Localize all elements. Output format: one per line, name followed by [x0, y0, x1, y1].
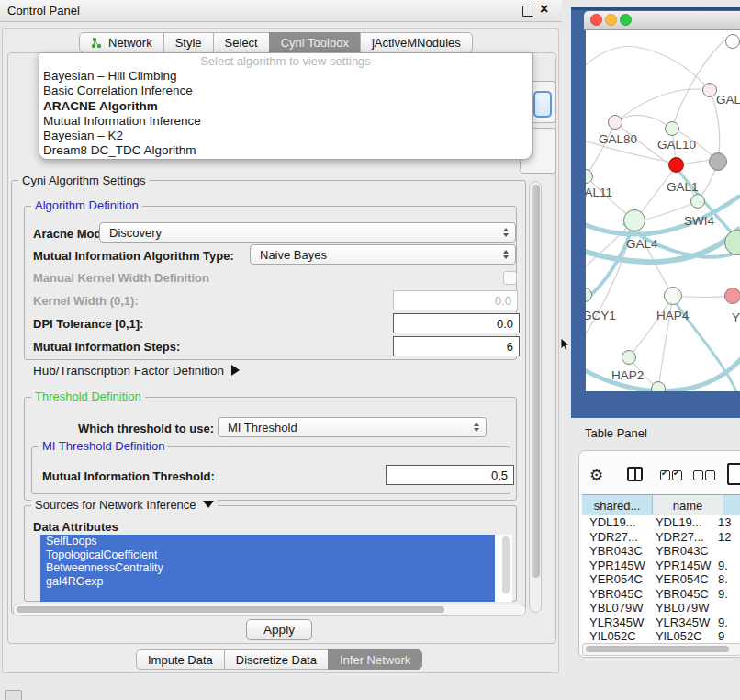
screen: Control Panel Network Style Select Cyni …	[0, 0, 740, 700]
dropdown-item[interactable]: Bayesian – Hill Climbing	[39, 69, 532, 84]
manual-kernel-width-checkbox[interactable]	[503, 271, 517, 285]
mi-steps-field[interactable]	[393, 336, 520, 356]
manual-kernel-width-label: Manual Kernel Width Definition	[33, 271, 209, 285]
mouse-cursor	[560, 338, 571, 353]
node-gal4[interactable]	[623, 209, 645, 231]
node-gal80[interactable]	[608, 115, 622, 130]
list-item-selected-partial[interactable]	[40, 588, 495, 602]
cyni-algorithm-settings-title: Cyni Algorithm Settings	[18, 175, 149, 186]
list-item-selected[interactable]: BetweennessCentrality	[40, 561, 495, 575]
table-row[interactable]: YIL052C YIL052C 9	[582, 629, 740, 643]
node-label-swi4: SWI4	[684, 214, 714, 228]
list-item-selected[interactable]: SelfLoops	[40, 535, 495, 548]
settings-horizontal-scrollbar-thumb[interactable]	[17, 606, 444, 613]
dropdown-item[interactable]: Dream8 DC_TDC Algorithm	[39, 143, 532, 158]
table-horizontal-scrollbar-thumb[interactable]	[586, 646, 729, 652]
control-panel-tabbar: Network Style Select Cyni Toolbox jActiv…	[79, 32, 473, 53]
dropdown-item[interactable]: Basic Correlation Inference	[39, 84, 532, 98]
close-icon[interactable]	[540, 1, 553, 19]
aracne-mode-combobox[interactable]: Discovery	[99, 222, 516, 243]
select-all-icon[interactable]	[672, 470, 682, 480]
tab-network[interactable]: Network	[79, 32, 164, 53]
mac-zoom-icon[interactable]	[620, 14, 632, 26]
table-row[interactable]: YLR345W YLR345W 9.	[582, 615, 740, 630]
node-label-partial: Y	[732, 310, 740, 324]
node-hap2[interactable]	[622, 350, 636, 365]
dropdown-item[interactable]: Bayesian – K2	[39, 129, 532, 143]
table-row[interactable]: YBR043C YBR043C	[582, 544, 740, 559]
new-table-icon[interactable]	[727, 463, 740, 485]
dropdown-item-aracne[interactable]: ARACNE Algorithm	[39, 99, 532, 114]
expander-right-arrow-icon	[231, 365, 240, 376]
mi-threshold-field[interactable]	[386, 465, 514, 485]
node-swi4[interactable]	[690, 194, 705, 209]
table-panel-title: Table Panel	[585, 426, 647, 440]
table-row[interactable]: YDL19... YDL19... 13	[582, 515, 740, 530]
mi-threshold-definition-title: MI Threshold Definition	[39, 440, 168, 452]
mac-minimize-icon[interactable]	[605, 14, 617, 26]
tab-cyni-toolbox[interactable]: Cyni Toolbox	[269, 32, 361, 53]
tab-infer-network[interactable]: Infer Network	[328, 649, 422, 670]
tab-impute-data[interactable]: Impute Data	[136, 649, 225, 670]
network-node[interactable]	[725, 34, 740, 49]
tab-select[interactable]: Select	[213, 32, 270, 53]
node-label-gal4: GAL4	[626, 237, 658, 251]
node-label-hap4: HAP4	[656, 309, 689, 322]
column-header-shared[interactable]: shared...	[582, 495, 653, 516]
mac-close-icon[interactable]	[590, 14, 602, 26]
tab-jactivemnodules[interactable]: jActiveMNodules	[360, 32, 473, 53]
algorithm-definition-title: Algorithm Definition	[31, 199, 142, 211]
table-body: YDL19... YDL19... 13 YDR27... YDR27... 1…	[582, 515, 740, 643]
combo-stepper-focus-ring[interactable]	[533, 91, 552, 118]
deselect-all-icon[interactable]	[705, 470, 715, 480]
list-item-selected[interactable]: gal4RGexp	[40, 575, 495, 589]
settings-vertical-scrollbar[interactable]	[529, 181, 542, 613]
node-gal10[interactable]	[665, 121, 679, 136]
dropdown-item[interactable]: Mutual Information Inference	[39, 114, 532, 129]
settings-vertical-scrollbar-thumb[interactable]	[532, 185, 540, 578]
network-edges	[586, 30, 740, 391]
collapsed-panel-icon[interactable]	[5, 690, 22, 700]
network-node-gray[interactable]	[709, 152, 727, 171]
algorithm-dropdown-placeholder: Select algorithm to view settings	[39, 53, 532, 69]
threshold-definition-title: Threshold Definition	[31, 390, 145, 402]
network-canvas[interactable]: GAL GAL80 GAL10 GAL1 GAL11 SWI4 GAL4 GCY…	[586, 30, 740, 391]
hub-factor-expander[interactable]: Hub/Transcription Factor Definition	[33, 364, 240, 378]
node-hap4[interactable]	[664, 287, 682, 305]
algorithm-dropdown-list: Select algorithm to view settings Bayesi…	[39, 52, 533, 160]
table-row[interactable]: YBL079W YBL079W	[582, 601, 740, 615]
network-node-salmon[interactable]	[724, 288, 740, 304]
kernel-width-field[interactable]	[393, 290, 518, 310]
gear-icon[interactable]	[589, 466, 608, 484]
table-row[interactable]: YER054C YER054C 8.	[582, 572, 740, 587]
table-row[interactable]: YDR27... YDR27... 12	[582, 530, 740, 545]
cyni-bottom-tabbar: Impute Data Discretize Data Infer Networ…	[136, 649, 422, 670]
select-all-icon[interactable]	[660, 470, 670, 480]
which-threshold-label: Which threshold to use:	[78, 422, 214, 435]
dpi-tolerance-field[interactable]	[393, 313, 520, 333]
network-node[interactable]	[651, 381, 666, 391]
list-vertical-scrollbar-thumb[interactable]	[502, 536, 510, 593]
tab-discretize-data[interactable]: Discretize Data	[224, 649, 329, 670]
network-window-frame-top	[571, 7, 740, 10]
apply-button[interactable]: Apply	[246, 619, 312, 640]
table-row[interactable]: YPR145W YPR145W 9.	[582, 559, 740, 573]
float-icon[interactable]	[522, 6, 533, 17]
column-header-partial[interactable]	[723, 495, 740, 516]
tab-style[interactable]: Style	[163, 32, 214, 53]
which-threshold-combobox[interactable]: MI Threshold	[218, 417, 487, 437]
table-horizontal-scrollbar[interactable]	[582, 643, 740, 656]
deselect-all-icon[interactable]	[693, 470, 703, 480]
node-gal1[interactable]	[668, 157, 684, 173]
table-row[interactable]: YBR045C YBR045C 9.	[582, 587, 740, 602]
node-gal-partial[interactable]	[702, 83, 717, 97]
mi-algorithm-type-combobox[interactable]: Naive Bayes	[250, 244, 516, 265]
show-columns-icon[interactable]	[627, 467, 643, 481]
list-item-selected[interactable]: TopologicalCoefficient	[40, 548, 495, 562]
mi-threshold-label: Mutual Information Threshold:	[42, 469, 215, 483]
sources-title[interactable]: Sources for Network Inference	[31, 499, 218, 511]
column-header-name[interactable]: name	[653, 495, 723, 516]
node-label-hap2: HAP2	[611, 368, 644, 382]
settings-horizontal-scrollbar[interactable]	[13, 604, 526, 616]
network-icon	[91, 37, 103, 49]
